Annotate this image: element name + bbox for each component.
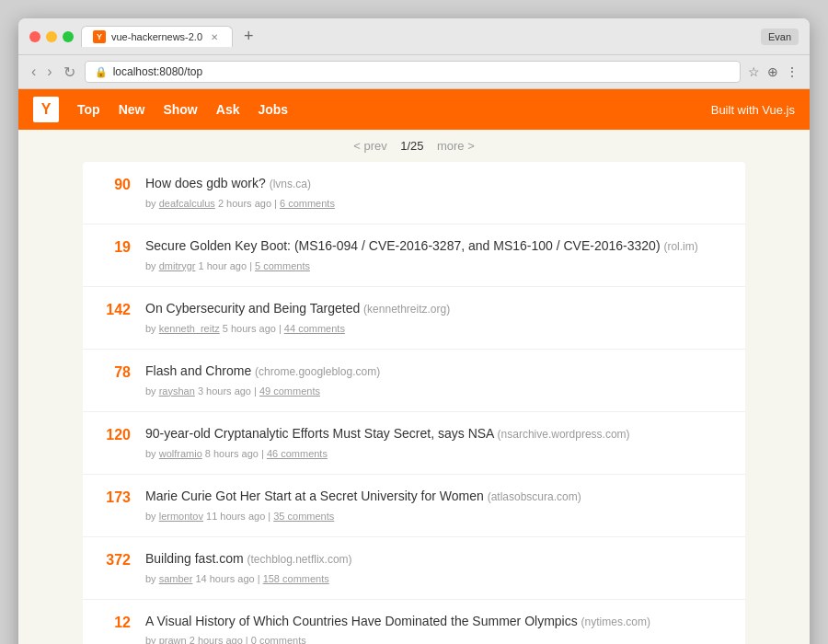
- story-item: 78 Flash and Chrome (chrome.googleblog.c…: [83, 350, 745, 412]
- story-comments-link[interactable]: 46 comments: [267, 448, 328, 459]
- story-content: Building fast.com (techblog.netflix.com)…: [145, 550, 730, 586]
- story-domain: (nytimes.com): [581, 615, 650, 628]
- hn-logo[interactable]: Y: [33, 97, 59, 122]
- new-tab-button[interactable]: +: [240, 27, 258, 46]
- page-info: 1/25: [400, 139, 423, 153]
- story-author[interactable]: rayshan: [159, 385, 195, 397]
- tab-favicon: Y: [93, 30, 106, 43]
- nav-link-show[interactable]: Show: [155, 98, 204, 121]
- address-bar[interactable]: 🔒 localhost:8080/top: [85, 61, 741, 83]
- story-comments-link[interactable]: 158 comments: [263, 573, 329, 584]
- browser-toolbar: ‹ › ↻ 🔒 localhost:8080/top ☆ ⊕ ⋮: [18, 55, 810, 89]
- story-content: A Visual History of Which Countries Have…: [145, 613, 730, 644]
- story-score: 19: [98, 237, 131, 256]
- browser-window: Y vue-hackernews-2.0 ✕ + Evan ‹ › ↻ 🔒 lo…: [18, 18, 810, 644]
- nav-link-top[interactable]: Top: [70, 98, 108, 121]
- story-content: Secure Golden Key Boot: (MS16-094 / CVE-…: [145, 237, 730, 273]
- tab-favicon-letter: Y: [97, 32, 102, 41]
- story-meta: by lermontov 11 hours ago | 35 comments: [145, 510, 730, 523]
- story-content: On Cybersecurity and Being Targeted (ken…: [145, 300, 730, 336]
- story-comments-link[interactable]: 44 comments: [284, 323, 345, 334]
- story-comments-link[interactable]: 5 comments: [255, 260, 310, 271]
- story-comments-link[interactable]: 49 comments: [259, 385, 320, 397]
- story-item: 173 Marie Curie Got Her Start at a Secre…: [83, 475, 745, 537]
- story-score: 90: [98, 175, 131, 193]
- story-domain: (rol.im): [663, 240, 697, 253]
- more-icon[interactable]: ⋮: [786, 64, 799, 79]
- forward-button[interactable]: ›: [45, 62, 53, 82]
- story-item: 120 90-year-old Cryptanalytic Efforts Mu…: [83, 412, 745, 475]
- nav-link-ask[interactable]: Ask: [209, 98, 247, 121]
- traffic-lights: [29, 31, 74, 42]
- lock-icon: 🔒: [95, 66, 108, 78]
- story-meta: by rayshan 3 hours ago | 49 comments: [145, 385, 730, 398]
- story-meta: by dmitrygr 1 hour ago | 5 comments: [145, 259, 730, 273]
- story-item: 12 A Visual History of Which Countries H…: [83, 600, 745, 644]
- story-author[interactable]: lermontov: [159, 511, 203, 522]
- story-content: Flash and Chrome (chrome.googleblog.com)…: [145, 362, 730, 398]
- story-item: 19 Secure Golden Key Boot: (MS16-094 / C…: [83, 224, 745, 287]
- story-author[interactable]: kenneth_reitz: [159, 323, 220, 334]
- hn-logo-letter: Y: [41, 101, 52, 118]
- maximize-button[interactable]: [63, 31, 74, 42]
- story-domain: (techblog.netflix.com): [247, 553, 352, 566]
- story-meta: by kenneth_reitz 5 hours ago | 44 commen…: [145, 322, 730, 336]
- tab-close-button[interactable]: ✕: [208, 30, 221, 43]
- browser-titlebar: Y vue-hackernews-2.0 ✕ + Evan: [18, 18, 810, 55]
- story-score: 173: [98, 488, 131, 506]
- hn-navbar: Y Top New Show Ask Jobs Built with Vue.j…: [18, 89, 810, 130]
- story-domain: (chrome.googleblog.com): [255, 365, 380, 378]
- user-profile-button[interactable]: Evan: [761, 29, 799, 45]
- story-author[interactable]: prawn: [159, 635, 187, 644]
- story-score: 372: [98, 550, 131, 569]
- story-author[interactable]: dmitrygr: [159, 260, 196, 271]
- story-score: 78: [98, 362, 131, 381]
- story-score: 142: [98, 300, 131, 318]
- story-score: 12: [98, 613, 131, 631]
- star-icon[interactable]: ☆: [748, 64, 760, 79]
- story-meta: by prawn 2 hours ago | 0 comments: [145, 634, 730, 644]
- app-content: Y Top New Show Ask Jobs Built with Vue.j…: [18, 89, 810, 644]
- story-item: 90 How does gdb work? (lvns.ca) by deafc…: [83, 162, 745, 224]
- story-content: How does gdb work? (lvns.ca) by deafcalc…: [145, 175, 730, 211]
- story-title[interactable]: How does gdb work? (lvns.ca): [145, 175, 730, 193]
- story-meta: by wolframio 8 hours ago | 46 comments: [145, 447, 730, 461]
- reload-button[interactable]: ↻: [62, 62, 77, 83]
- story-title[interactable]: Marie Curie Got Her Start at a Secret Un…: [145, 488, 730, 506]
- back-button[interactable]: ‹: [29, 62, 38, 82]
- story-title[interactable]: Flash and Chrome (chrome.googleblog.com): [145, 362, 730, 381]
- story-title[interactable]: 90-year-old Cryptanalytic Efforts Must S…: [145, 425, 730, 443]
- close-button[interactable]: [29, 31, 40, 42]
- story-author[interactable]: deafcalculus: [159, 198, 215, 209]
- browser-tab[interactable]: Y vue-hackernews-2.0 ✕: [81, 26, 233, 47]
- nav-link-new[interactable]: New: [111, 98, 153, 121]
- hn-nav-links: Top New Show Ask Jobs: [70, 98, 711, 121]
- story-title[interactable]: Building fast.com (techblog.netflix.com): [145, 550, 730, 569]
- story-meta: by samber 14 hours ago | 158 comments: [145, 572, 730, 586]
- hn-tagline: Built with Vue.js: [711, 103, 795, 117]
- story-domain: (kennethreitz.org): [363, 303, 450, 316]
- story-content: Marie Curie Got Her Start at a Secret Un…: [145, 488, 730, 523]
- pagination: < prev 1/25 more >: [18, 130, 810, 162]
- story-item: 372 Building fast.com (techblog.netflix.…: [83, 537, 745, 600]
- story-title[interactable]: Secure Golden Key Boot: (MS16-094 / CVE-…: [145, 237, 730, 256]
- prev-page-link[interactable]: < prev: [353, 139, 387, 153]
- story-score: 120: [98, 425, 131, 443]
- tab-title: vue-hackernews-2.0: [111, 31, 202, 42]
- story-author[interactable]: wolframio: [159, 448, 202, 459]
- nav-link-jobs[interactable]: Jobs: [250, 98, 295, 121]
- story-comments-link[interactable]: 35 comments: [273, 511, 334, 522]
- more-page-link[interactable]: more >: [437, 139, 475, 153]
- reading-list-icon[interactable]: ⊕: [767, 64, 778, 79]
- story-title[interactable]: A Visual History of Which Countries Have…: [145, 613, 730, 631]
- story-author[interactable]: samber: [159, 573, 193, 584]
- tab-area: Y vue-hackernews-2.0 ✕ +: [81, 26, 753, 47]
- address-bar-url: localhost:8080/top: [113, 65, 202, 78]
- minimize-button[interactable]: [46, 31, 57, 42]
- story-comments-link[interactable]: 6 comments: [280, 198, 335, 209]
- story-domain: (lvns.ca): [270, 178, 311, 190]
- story-title[interactable]: On Cybersecurity and Being Targeted (ken…: [145, 300, 730, 318]
- story-item: 142 On Cybersecurity and Being Targeted …: [83, 287, 745, 350]
- story-comments-link[interactable]: 0 comments: [251, 635, 306, 644]
- stories-container: 90 How does gdb work? (lvns.ca) by deafc…: [83, 162, 745, 644]
